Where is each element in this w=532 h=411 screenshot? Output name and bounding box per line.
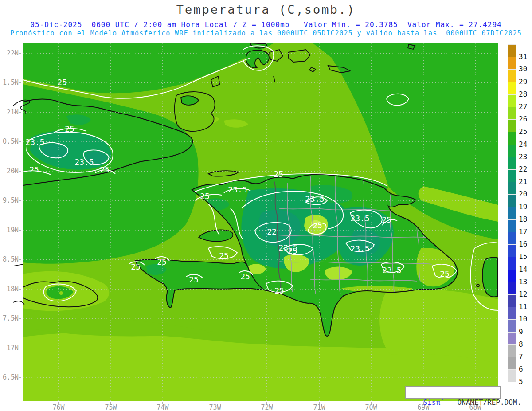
lat-tick-label: 7.5N	[0, 315, 19, 322]
colorbar-segment	[508, 57, 516, 70]
colorbar-tick-label: 12	[519, 291, 527, 298]
lon-tick-label: 75W	[98, 403, 124, 411]
contour-value-label: 25	[288, 246, 297, 255]
lat-tick-label: 1.5N	[0, 79, 19, 86]
colorbar-segment	[508, 232, 516, 246]
lat-tick-label: 18N	[0, 286, 19, 293]
contour-value-label: 25	[100, 165, 110, 174]
sispi-logo: Sis	[423, 398, 436, 407]
colorbar-segment	[508, 270, 516, 283]
colorbar-segment	[508, 219, 516, 233]
colorbar-segment	[508, 294, 516, 308]
colorbar-segment	[508, 145, 516, 158]
contour-value-label: 25	[382, 215, 391, 224]
lat-tick-label: 22N	[0, 50, 19, 57]
colorbar-segment	[508, 182, 516, 196]
lat-tick-label: 19N	[0, 227, 19, 234]
lat-tick-label: 9.5N	[0, 197, 19, 204]
contour-value-label: 25	[65, 124, 74, 133]
colorbar-tick-label: 11	[519, 303, 527, 310]
colorbar-tick-label: 10	[519, 316, 527, 323]
colorbar-segment	[508, 257, 516, 270]
colorbar-segment	[508, 169, 516, 183]
colorbar-segment	[508, 132, 516, 145]
colorbar-segment	[508, 369, 516, 383]
colorbar-tick-label: 19	[519, 204, 527, 211]
pi-symbol: π´	[436, 398, 444, 407]
colorbar-tick-label: 24	[519, 141, 527, 148]
colorbar-tick-label: 20	[519, 191, 527, 198]
contour-value-label: 23.5	[305, 194, 324, 204]
colorbar-segment	[508, 44, 516, 58]
contour-value-label: 23.5	[228, 185, 247, 194]
lat-tick-label: 0.5N	[0, 138, 19, 145]
lat-tick-label: 6.5N	[0, 374, 19, 381]
colorbar-tick-label: 17	[519, 228, 527, 235]
contour-value-label: 23.5	[350, 244, 369, 253]
colorbar-segment	[508, 319, 516, 333]
colorbar-tick-label: 5	[519, 378, 523, 385]
map-data-area	[23, 43, 498, 401]
colorbar-tick-label: 21	[519, 178, 527, 185]
lon-tick-label: 76W	[45, 403, 72, 411]
colorbar-tick-label: 18	[519, 216, 527, 223]
temperature-map	[0, 0, 532, 411]
colorbar-tick-label: 22	[519, 166, 527, 173]
colorbar-tick-label: 30	[519, 66, 527, 73]
contour-value-label: 23.5	[74, 157, 94, 167]
contour-value-label: 25	[57, 78, 67, 87]
colorbar-tick-label: 8	[519, 341, 523, 348]
contour-value-label: 22	[267, 227, 277, 236]
colorbar-tick-label: 25	[519, 128, 527, 135]
contour-value-label: 25	[274, 169, 283, 179]
contour-value-label: 25	[274, 286, 284, 295]
colorbar-segment	[508, 207, 516, 221]
colorbar-tick-label: 31	[519, 53, 527, 60]
colorbar-tick-label: 6	[519, 366, 523, 373]
colorbar-tick-label: 15	[519, 253, 527, 260]
colorbar-segment	[508, 357, 516, 371]
colorbar-segment	[508, 94, 516, 108]
contour-value-label: 25	[157, 257, 167, 266]
colorbar-segment	[508, 69, 516, 83]
forecast-map-page: Temperatura (C,somb.) 05-Dic-2025 0600 U…	[0, 0, 532, 411]
colorbar-segment	[508, 119, 516, 133]
lon-tick-label: 71W	[306, 403, 332, 411]
lat-tick-label: 20N	[0, 168, 19, 175]
contour-value-label: 25	[240, 272, 250, 281]
colorbar-tick-label: 26	[519, 116, 527, 123]
colorbar-segment	[508, 382, 516, 395]
contour-value-label: 25	[440, 269, 450, 278]
colorbar-tick-label: 14	[519, 266, 527, 273]
colorbar-segment	[508, 194, 516, 208]
contour-value-label: 25	[219, 251, 229, 260]
contour-value-label: 25	[189, 275, 199, 284]
branding-box: Sisπ´ – ONAMET/REP.DOM.	[405, 386, 501, 399]
colorbar-tick-label: 7	[519, 353, 523, 360]
lon-tick-label: 72W	[254, 403, 280, 411]
lat-tick-label: 17N	[0, 344, 19, 352]
contour-value-label: 25	[131, 262, 141, 271]
colorbar-tick-label: 23	[519, 153, 527, 160]
contour-value-label: 23.5	[350, 214, 369, 223]
colorbar-segment	[508, 82, 516, 96]
colorbar-tick-label: 9	[519, 329, 523, 336]
colorbar-segment	[508, 244, 516, 258]
contour-value-label: 25	[200, 192, 210, 201]
colorbar-tick-label: 16	[519, 241, 527, 248]
onamet-credit	[445, 398, 449, 407]
colorbar-segment	[508, 157, 516, 171]
colorbar-tick-label: 29	[519, 78, 527, 86]
contour-value-label: 23.5	[382, 266, 401, 275]
contour-value-label: 25	[29, 165, 39, 174]
lon-tick-label: 73W	[202, 403, 228, 411]
contour-value-label: 25	[313, 221, 322, 230]
contour-value-label: 23.5	[25, 137, 44, 147]
lon-tick-label: 70W	[358, 403, 384, 411]
colorbar-segment	[508, 307, 516, 321]
colorbar-tick-label: 13	[519, 278, 527, 286]
colorbar-segment	[508, 107, 516, 121]
colorbar-tick-label: 27	[519, 103, 527, 110]
colorbar-segment	[508, 332, 516, 346]
colorbar-tick-label: 28	[519, 91, 527, 98]
